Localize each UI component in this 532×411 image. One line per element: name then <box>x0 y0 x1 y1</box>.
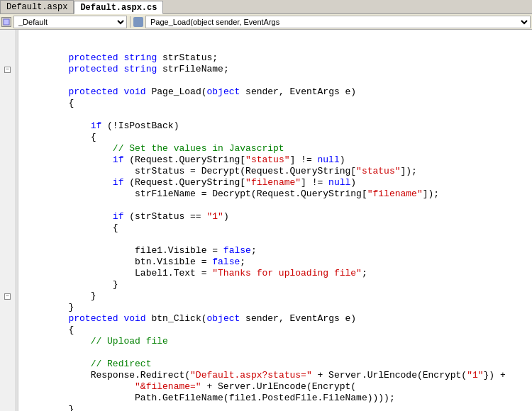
token-plain: } <box>68 404 74 411</box>
gutter-item <box>0 177 15 188</box>
code-line: protected string strFileName; <box>24 64 526 75</box>
gutter-item <box>0 302 15 313</box>
gutter-item <box>0 336 15 347</box>
token-plain: ) <box>350 177 356 188</box>
svg-rect-0 <box>4 19 9 25</box>
gutter-item <box>0 120 15 132</box>
token-plain: strStatus; <box>157 52 218 64</box>
gutter-item <box>0 257 15 268</box>
token-plain: Path.GetFileName(file1.PostedFile.FileNa… <box>135 393 395 404</box>
token-plain: Label1.Text = <box>135 268 212 279</box>
indent <box>24 404 68 411</box>
token-comment: // Upload file <box>91 336 168 347</box>
token-plain: strFileName = Decrypt(Request.QueryStrin… <box>135 188 367 200</box>
gutter-item <box>0 30 15 41</box>
token-plain: ; <box>240 257 245 268</box>
code-line: Response.Redirect("Default.aspx?status="… <box>24 370 526 381</box>
indent <box>24 359 91 370</box>
token-plain: strFileName; <box>157 64 228 75</box>
code-line <box>24 75 526 86</box>
token-kw: string <box>123 64 157 75</box>
code-line <box>24 200 526 211</box>
indent <box>24 291 91 302</box>
collapse-icon[interactable]: − <box>4 67 11 73</box>
indent <box>24 393 135 404</box>
indent <box>24 257 135 268</box>
code-line <box>24 347 526 359</box>
indent <box>24 120 91 132</box>
token-plain <box>118 86 124 98</box>
code-line: protected void Page_Load(object sender, … <box>24 86 526 98</box>
token-str: "status" <box>356 166 400 177</box>
token-kw: string <box>123 52 157 64</box>
token-plain: file1.Visible = <box>135 245 223 257</box>
token-plain <box>118 52 124 64</box>
token-str: "filename" <box>367 188 423 200</box>
code-line: "&filename=" + Server.UrlEncode(Encrypt( <box>24 381 526 393</box>
token-kw: protected <box>68 52 118 64</box>
token-kw: object <box>207 86 240 98</box>
token-comment: // Redirect <box>91 359 152 370</box>
gutter-item <box>0 166 15 177</box>
indent <box>24 381 135 393</box>
gutter-item <box>0 75 15 86</box>
token-plain: btn.Visible = <box>135 257 212 268</box>
indent <box>24 313 68 325</box>
code-line <box>24 109 526 120</box>
gutter-item <box>0 279 15 291</box>
tab-default-aspx[interactable]: Default.aspx <box>0 0 74 13</box>
tab-default-aspx-cs[interactable]: Default.aspx.cs <box>74 1 163 14</box>
code-line: btn.Visible = false; <box>24 257 526 268</box>
code-line: if (Request.QueryString["filename"] != n… <box>24 177 526 188</box>
token-kw: protected <box>68 313 118 325</box>
code-line: file1.Visible = false; <box>24 245 526 257</box>
token-plain: + Server.UrlEncode(Encrypt( <box>201 381 356 393</box>
gutter-item <box>0 143 15 154</box>
class-icon-svg <box>3 18 10 26</box>
gutter-item <box>0 41 15 52</box>
gutter-item <box>0 154 15 166</box>
token-str: "&filename=" <box>135 381 201 393</box>
indent <box>24 154 113 166</box>
gutter-item <box>0 52 15 64</box>
gutter-item <box>0 98 15 109</box>
token-plain: } <box>113 279 118 291</box>
indent <box>24 52 68 64</box>
gutter-item <box>0 188 15 200</box>
token-plain: strStatus = Decrypt(Request.QueryString[ <box>135 166 356 177</box>
class-dropdown[interactable]: _Default <box>13 16 127 28</box>
collapse-icon[interactable]: − <box>4 293 11 300</box>
token-plain: ) <box>223 211 229 223</box>
method-dropdown[interactable]: Page_Load(object sender, EventArgs <box>145 16 531 28</box>
indent <box>24 336 91 347</box>
token-plain: + Server.UrlEncode(Encrypt( <box>312 370 467 381</box>
token-str: "status" <box>245 154 289 166</box>
indent <box>24 143 113 154</box>
tabs-bar: Default.aspx Default.aspx.cs <box>0 0 532 14</box>
code-line: } <box>24 291 526 302</box>
gutter-item <box>0 325 15 336</box>
gutter-item[interactable]: − <box>0 291 15 302</box>
token-str: "filename" <box>245 177 301 188</box>
token-kw: null <box>328 177 350 188</box>
token-plain: ; <box>362 268 367 279</box>
token-str: "1" <box>467 370 483 381</box>
indent <box>24 325 68 336</box>
code-line: Path.GetFileName(file1.PostedFile.FileNa… <box>24 393 526 404</box>
indent <box>24 132 91 143</box>
token-kw: if <box>113 211 124 223</box>
code-line: protected string strStatus; <box>24 52 526 64</box>
token-plain: { <box>91 132 96 143</box>
toolbar-method-icon <box>133 17 143 27</box>
token-plain: } <box>68 302 74 313</box>
token-kw: object <box>207 313 240 325</box>
gutter-item <box>0 245 15 257</box>
gutter-item <box>0 132 15 143</box>
code-line: // Upload file <box>24 336 526 347</box>
token-plain <box>118 64 124 75</box>
gutter-item[interactable]: − <box>0 64 15 75</box>
tab-label: Default.aspx <box>6 2 67 12</box>
token-kw: protected <box>68 64 118 75</box>
gutter-item <box>0 268 15 279</box>
gutter-item <box>0 234 15 245</box>
